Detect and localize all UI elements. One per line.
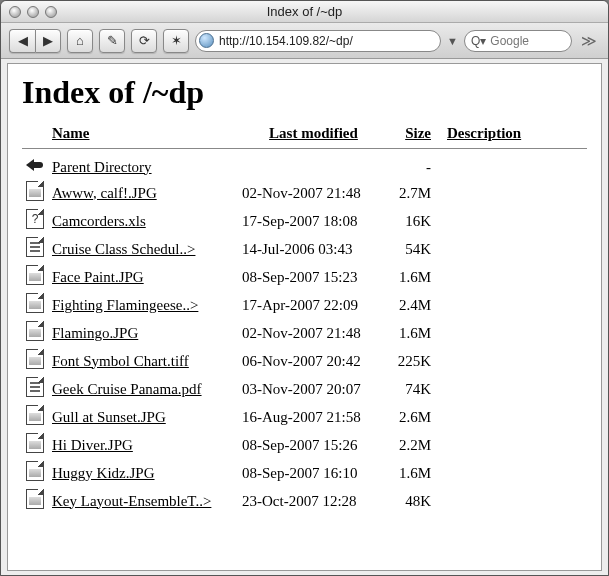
file-size: 16K <box>391 207 441 235</box>
file-size: 54K <box>391 235 441 263</box>
col-name[interactable]: Name <box>52 125 90 141</box>
reload-icon: ⟳ <box>139 33 150 48</box>
file-link[interactable]: Gull at Sunset.JPG <box>52 409 166 425</box>
file-row: Huggy Kidz.JPG08-Sep-2007 16:101.6M <box>22 459 587 487</box>
url-text: http://10.154.109.82/~dp/ <box>219 34 353 48</box>
reload-button[interactable]: ⟳ <box>131 29 157 53</box>
file-link[interactable]: Key Layout-EnsembleT..> <box>52 493 211 509</box>
file-modified: 17-Apr-2007 22:09 <box>236 291 391 319</box>
file-icon <box>26 489 44 509</box>
directory-listing: Name Last modified Size Description Pare… <box>22 125 587 515</box>
titlebar[interactable]: Index of /~dp <box>1 1 608 23</box>
file-size: 2.2M <box>391 431 441 459</box>
file-link[interactable]: Awww, calf!.JPG <box>52 185 157 201</box>
file-link[interactable]: Cruise Class Schedul..> <box>52 241 195 257</box>
file-size: 74K <box>391 375 441 403</box>
file-icon <box>26 265 44 285</box>
file-link[interactable]: Camcorders.xls <box>52 213 146 229</box>
file-size: 225K <box>391 347 441 375</box>
browser-window: Index of /~dp ◀ ▶ ⌂ ✎ ⟳ ✶ http://10.154.… <box>0 0 609 576</box>
file-modified: 02-Nov-2007 21:48 <box>236 319 391 347</box>
file-modified: 23-Oct-2007 12:28 <box>236 487 391 515</box>
file-link[interactable]: Hi Diver.JPG <box>52 437 133 453</box>
file-size: 48K <box>391 487 441 515</box>
window-title: Index of /~dp <box>1 4 608 19</box>
address-bar[interactable]: http://10.154.109.82/~dp/ <box>195 30 441 52</box>
toolbar: ◀ ▶ ⌂ ✎ ⟳ ✶ http://10.154.109.82/~dp/ ▼ … <box>1 23 608 59</box>
file-row: Key Layout-EnsembleT..>23-Oct-2007 12:28… <box>22 487 587 515</box>
file-link[interactable]: Fighting Flamingeese..> <box>52 297 198 313</box>
search-placeholder: Google <box>490 34 529 48</box>
close-button[interactable] <box>9 6 21 18</box>
file-icon <box>26 461 44 481</box>
file-size: 2.4M <box>391 291 441 319</box>
file-link[interactable]: Geek Cruise Panama.pdf <box>52 381 202 397</box>
file-link[interactable]: Huggy Kidz.JPG <box>52 465 155 481</box>
col-size[interactable]: Size <box>405 125 431 141</box>
home-icon: ⌂ <box>76 33 84 48</box>
file-icon <box>26 237 44 257</box>
parent-size: - <box>391 155 441 179</box>
file-modified: 06-Nov-2007 20:42 <box>236 347 391 375</box>
compose-button[interactable]: ✎ <box>99 29 125 53</box>
file-modified: 08-Sep-2007 16:10 <box>236 459 391 487</box>
file-row: Fighting Flamingeese..>17-Apr-2007 22:09… <box>22 291 587 319</box>
magnifier-icon: Q▾ <box>471 34 486 48</box>
bug-button[interactable]: ✶ <box>163 29 189 53</box>
header-rule <box>22 148 587 149</box>
file-icon <box>26 293 44 313</box>
file-icon <box>26 321 44 341</box>
page-heading: Index of /~dp <box>22 74 587 111</box>
file-size: 1.6M <box>391 459 441 487</box>
file-link[interactable]: Font Symbol Chart.tiff <box>52 353 189 369</box>
file-icon <box>26 377 44 397</box>
parent-dir-icon <box>26 157 46 173</box>
parent-dir-link[interactable]: Parent Directory <box>52 159 152 175</box>
file-row: Camcorders.xls17-Sep-2007 18:0816K <box>22 207 587 235</box>
file-size: 2.7M <box>391 179 441 207</box>
file-row: Awww, calf!.JPG02-Nov-2007 21:482.7M <box>22 179 587 207</box>
file-icon <box>26 405 44 425</box>
traffic-lights <box>1 6 57 18</box>
pencil-icon: ✎ <box>107 33 118 48</box>
globe-icon <box>199 33 214 48</box>
file-modified: 08-Sep-2007 15:23 <box>236 263 391 291</box>
home-button[interactable]: ⌂ <box>67 29 93 53</box>
file-link[interactable]: Face Paint.JPG <box>52 269 144 285</box>
file-icon <box>26 349 44 369</box>
file-row: Hi Diver.JPG08-Sep-2007 15:262.2M <box>22 431 587 459</box>
zoom-button[interactable] <box>45 6 57 18</box>
file-size: 1.6M <box>391 263 441 291</box>
file-row: Face Paint.JPG08-Sep-2007 15:231.6M <box>22 263 587 291</box>
file-row: Font Symbol Chart.tiff06-Nov-2007 20:422… <box>22 347 587 375</box>
file-icon <box>26 181 44 201</box>
col-modified[interactable]: Last modified <box>269 125 358 141</box>
bug-icon: ✶ <box>171 33 182 48</box>
page-content[interactable]: Index of /~dp Name Last modified Size De… <box>7 63 602 571</box>
file-modified: 03-Nov-2007 20:07 <box>236 375 391 403</box>
file-row: Gull at Sunset.JPG16-Aug-2007 21:582.6M <box>22 403 587 431</box>
file-modified: 02-Nov-2007 21:48 <box>236 179 391 207</box>
file-modified: 14-Jul-2006 03:43 <box>236 235 391 263</box>
search-field[interactable]: Q▾ Google <box>464 30 572 52</box>
header-row: Name Last modified Size Description <box>22 125 587 146</box>
nav-group: ◀ ▶ <box>9 29 61 53</box>
file-row: Flamingo.JPG02-Nov-2007 21:481.6M <box>22 319 587 347</box>
file-modified: 08-Sep-2007 15:26 <box>236 431 391 459</box>
triangle-right-icon: ▶ <box>43 33 53 48</box>
file-row: Geek Cruise Panama.pdf03-Nov-2007 20:077… <box>22 375 587 403</box>
overflow-icon[interactable]: ≫ <box>578 32 600 50</box>
file-link[interactable]: Flamingo.JPG <box>52 325 138 341</box>
file-size: 1.6M <box>391 319 441 347</box>
dropdown-icon[interactable]: ▼ <box>447 35 458 47</box>
minimize-button[interactable] <box>27 6 39 18</box>
forward-button[interactable]: ▶ <box>35 29 61 53</box>
col-description[interactable]: Description <box>447 125 521 141</box>
parent-row: Parent Directory - <box>22 155 587 179</box>
file-modified: 17-Sep-2007 18:08 <box>236 207 391 235</box>
back-button[interactable]: ◀ <box>9 29 35 53</box>
file-size: 2.6M <box>391 403 441 431</box>
file-icon <box>26 209 44 229</box>
file-modified: 16-Aug-2007 21:58 <box>236 403 391 431</box>
file-icon <box>26 433 44 453</box>
